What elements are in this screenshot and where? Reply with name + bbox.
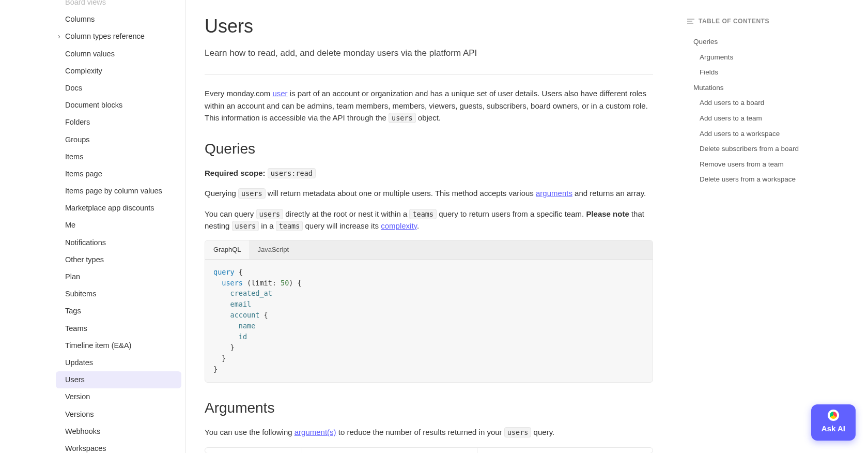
sidebar-item-docs[interactable]: Docs bbox=[56, 80, 181, 97]
main-content: Users Learn how to read, add, and delete… bbox=[186, 0, 672, 453]
code-pre[interactable]: query { users (limit: 50) { created_at e… bbox=[205, 260, 653, 382]
scope-paragraph: Required scope: users:read bbox=[205, 167, 653, 179]
arguments-link[interactable]: arguments bbox=[536, 189, 572, 198]
sidebar-item-webhooks[interactable]: Webhooks bbox=[56, 423, 181, 440]
sidebar-item-timeline-item-e-a-[interactable]: Timeline item (E&A) bbox=[56, 337, 181, 354]
text: . bbox=[417, 221, 419, 230]
tok-account: account bbox=[230, 311, 260, 319]
text: You can query bbox=[205, 209, 256, 218]
toc-item-delete-users-from-a-workspace[interactable]: Delete users from a workspace bbox=[687, 172, 853, 187]
sidebar-item-columns[interactable]: Columns bbox=[56, 11, 181, 28]
tok-50: 50 bbox=[281, 279, 289, 287]
tok-limit: limit bbox=[251, 279, 272, 287]
toc-item-add-users-to-a-workspace[interactable]: Add users to a workspace bbox=[687, 126, 853, 142]
teams-code: teams bbox=[276, 221, 303, 231]
scope-code: users:read bbox=[268, 168, 316, 178]
sidebar-item-complexity[interactable]: Complexity bbox=[56, 63, 181, 80]
sidebar-item-versions[interactable]: Versions bbox=[56, 406, 181, 423]
queries-p1: Querying users will return metadata abou… bbox=[205, 187, 653, 199]
scope-label: Required scope: bbox=[205, 169, 266, 177]
tab-javascript[interactable]: JavaScript bbox=[249, 240, 297, 259]
page-title: Users bbox=[205, 12, 653, 40]
tok-name: name bbox=[239, 322, 256, 330]
text: query will increase its bbox=[303, 221, 381, 230]
sidebar-item-column-types-reference[interactable]: Column types reference bbox=[56, 28, 181, 45]
text: directly at the root or nest it within a bbox=[283, 209, 409, 218]
sidebar-item-items-page[interactable]: Items page bbox=[56, 165, 181, 183]
text: and returns an array. bbox=[572, 189, 646, 198]
sidebar-item-version[interactable]: Version bbox=[56, 388, 181, 405]
text: Querying bbox=[205, 189, 238, 198]
sidebar-item-tags[interactable]: Tags bbox=[56, 303, 181, 320]
text: in a bbox=[259, 221, 276, 230]
sidebar-item-plan[interactable]: Plan bbox=[56, 268, 181, 285]
toc-item-queries[interactable]: Queries bbox=[687, 34, 853, 50]
argument-s-link[interactable]: argument(s) bbox=[295, 428, 336, 436]
table-of-contents: TABLE OF CONTENTS QueriesArgumentsFields… bbox=[672, 0, 868, 453]
complexity-link[interactable]: complexity bbox=[381, 221, 417, 230]
text: to reduce the number of results returned… bbox=[336, 428, 504, 436]
toc-item-add-users-to-a-team[interactable]: Add users to a team bbox=[687, 111, 853, 126]
sidebar-item-subitems[interactable]: Subitems bbox=[56, 285, 181, 303]
text: You can use the following bbox=[205, 428, 295, 436]
tok-query: query bbox=[213, 268, 235, 276]
ask-ai-label: Ask AI bbox=[822, 423, 845, 435]
toc-title: TABLE OF CONTENTS bbox=[699, 17, 769, 26]
text: query to return users from a specific te… bbox=[437, 209, 586, 218]
users-code: users bbox=[389, 113, 416, 123]
tok-created-at: created_at bbox=[230, 289, 272, 297]
sidebar-nav: Board viewsColumnsColumn types reference… bbox=[0, 0, 186, 453]
toc-title-row: TABLE OF CONTENTS bbox=[687, 17, 853, 26]
toc-item-arguments[interactable]: Arguments bbox=[687, 50, 853, 65]
page-subtitle: Learn how to read, add, and delete monda… bbox=[205, 47, 653, 60]
please-note: Please note bbox=[586, 209, 629, 218]
text: will return metadata about one or multip… bbox=[266, 189, 536, 198]
arguments-p: You can use the following argument(s) to… bbox=[205, 426, 653, 438]
users-code: users bbox=[238, 188, 266, 199]
user-link[interactable]: user bbox=[272, 89, 287, 98]
queries-heading: Queries bbox=[205, 138, 653, 160]
sidebar-item-groups[interactable]: Groups bbox=[56, 131, 181, 148]
queries-p2: You can query users directly at the root… bbox=[205, 208, 653, 232]
sidebar-item-column-values[interactable]: Column values bbox=[56, 46, 181, 63]
toc-item-fields[interactable]: Fields bbox=[687, 65, 853, 80]
intro-paragraph: Every monday.com user is part of an acco… bbox=[205, 87, 653, 124]
sidebar-item-items-page-by-column-values[interactable]: Items page by column values bbox=[56, 183, 181, 200]
toc-item-remove-users-from-a-team[interactable]: Remove users from a team bbox=[687, 157, 853, 172]
code-block: GraphQL JavaScript query { users (limit:… bbox=[205, 240, 653, 383]
tab-graphql[interactable]: GraphQL bbox=[205, 240, 249, 259]
sidebar-item-board-views[interactable]: Board views bbox=[56, 0, 181, 11]
divider bbox=[205, 74, 653, 75]
sidebar-item-notifications[interactable]: Notifications bbox=[56, 234, 181, 251]
sidebar-item-teams[interactable]: Teams bbox=[56, 320, 181, 337]
tok-id: id bbox=[239, 333, 247, 341]
code-tabs: GraphQL JavaScript bbox=[205, 240, 653, 260]
intro-text: object. bbox=[416, 113, 441, 122]
sidebar-item-updates[interactable]: Updates bbox=[56, 354, 181, 371]
intro-text: Every monday.com bbox=[205, 89, 272, 98]
users-code: users bbox=[256, 209, 284, 219]
arguments-heading: Arguments bbox=[205, 397, 653, 419]
sidebar-item-document-blocks[interactable]: Document blocks bbox=[56, 97, 181, 114]
toc-item-mutations[interactable]: Mutations bbox=[687, 80, 853, 96]
sidebar-item-other-types[interactable]: Other types bbox=[56, 251, 181, 268]
users-code: users bbox=[232, 221, 259, 231]
sidebar-item-items[interactable]: Items bbox=[56, 148, 181, 165]
text: query. bbox=[531, 428, 554, 436]
sidebar-item-me[interactable]: Me bbox=[56, 217, 181, 234]
toc-icon bbox=[687, 19, 694, 24]
sidebar-item-folders[interactable]: Folders bbox=[56, 114, 181, 131]
toc-item-delete-subscribers-from-a-board[interactable]: Delete subscribers from a board bbox=[687, 141, 853, 157]
teams-code: teams bbox=[409, 209, 437, 219]
sidebar-item-users[interactable]: Users bbox=[56, 371, 181, 388]
monday-logo-icon bbox=[828, 410, 839, 421]
tok-users: users bbox=[222, 279, 243, 287]
arguments-table bbox=[205, 447, 653, 453]
tok-email: email bbox=[230, 300, 252, 308]
toc-item-add-users-to-a-board[interactable]: Add users to a board bbox=[687, 95, 853, 111]
sidebar-item-workspaces[interactable]: Workspaces bbox=[56, 440, 181, 453]
users-code: users bbox=[504, 427, 532, 437]
sidebar-item-marketplace-app-discounts[interactable]: Marketplace app discounts bbox=[56, 200, 181, 217]
ask-ai-button[interactable]: Ask AI bbox=[811, 404, 856, 441]
